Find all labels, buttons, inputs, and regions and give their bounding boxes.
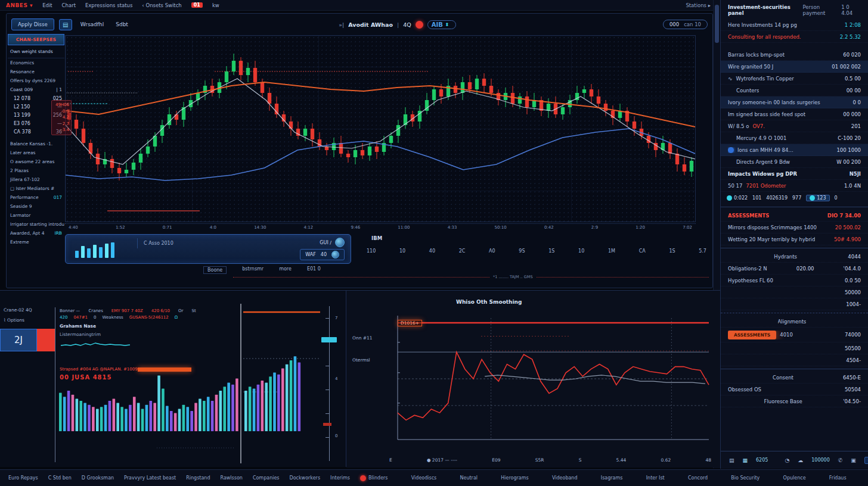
rightbar-row-11[interactable]: Ions can MHH 49 84…100 1000 [721,144,868,156]
footer-tab-3[interactable]: E01 0 [307,266,321,274]
toolbar-icon-4[interactable]: ☁ [798,457,803,463]
stations-menu[interactable]: Stations ▸ [686,2,711,8]
candlestick-chart[interactable] [65,35,696,222]
status-right-item-8[interactable]: Opulence [783,475,806,481]
sidebar-item-low-9[interactable]: Irrigator starting introduced [8,220,64,229]
toolbar-icon-0[interactable]: ▤ [729,457,734,463]
status-right-item-3[interactable]: Videoband [552,475,578,481]
sidebar-item-low-4[interactable]: Jillera 67-102 [8,175,64,184]
layout-icon[interactable]: ▤ [59,19,72,30]
status-item-2[interactable]: D Grooksman [82,475,114,481]
timeframe-110-0[interactable]: 110 [367,248,376,254]
status-item-8[interactable]: Interims [330,475,350,481]
timeframe-1M-8[interactable]: 1M [608,248,615,254]
status-right-item-0[interactable]: Videodiscs [411,475,436,481]
sidebar-item-2[interactable]: Offers by dyns 2269 [8,76,64,85]
options-label[interactable]: ⌇ Options [0,315,55,325]
sidebar-item-1[interactable]: Resonance [8,67,64,76]
status-right-item-2[interactable]: Hierograms [501,475,528,481]
footer-tab-0[interactable]: Boone [203,266,227,274]
footer-tab-1[interactable]: bstrnsmr [242,266,264,274]
timeframe-A0-4[interactable]: A0 [489,248,495,254]
timeframe-10-7[interactable]: 10 [578,248,584,254]
rightbar-row-4[interactable]: Wire granited 50 J01 002 002 [721,61,868,73]
stat-chip-3[interactable]: 977 [792,195,801,201]
stat-chip-4[interactable]: 123 [806,195,829,201]
toolbar-icon-label-6[interactable]: 0000 [864,457,868,464]
sidebar-item-low-5[interactable]: ▢ Ister Mediators # [8,184,64,193]
label-text: Wetting 20 Mayr terribly by hybrid [728,236,815,242]
scrollbar-thumb[interactable] [715,5,719,43]
app-logo[interactable]: ANBES ▾ [6,2,33,8]
status-right-item-6[interactable]: Concord [688,475,708,481]
timeframe-1S-10[interactable]: 1S [669,248,675,254]
tab-side[interactable]: Sdbt [112,20,132,29]
status-right-item-4[interactable]: Isagrams [601,475,623,481]
top-menu-item-3[interactable]: ‹ Onsets Switch [142,2,181,8]
stat-chip-5[interactable]: 0 [835,195,838,201]
stat-chip-2[interactable]: 4026319 [766,195,788,201]
sidebar-item-0[interactable]: Economics [8,58,64,67]
status-item-7[interactable]: Dockworkers [290,475,321,481]
timeframe-1S-6[interactable]: 1S [548,248,554,254]
gui-control[interactable]: GUI ∕ [320,238,345,247]
count-box[interactable]: 2J [0,329,37,351]
timeframe-label[interactable]: 4Q [403,21,411,28]
footer-tab-2[interactable]: more [279,266,292,274]
status-right-item-1[interactable]: Neutral [460,475,478,481]
stat-chip-1[interactable]: 101 [752,195,761,201]
sidebar-kv-6[interactable]: Performance017 [8,193,64,202]
sidebar-item-low-1[interactable]: Later areas [8,148,64,157]
status-item-5[interactable]: Rawlsson [221,475,243,481]
sidebar-item-low-2[interactable]: O awsome 22 areas [8,157,64,166]
top-menu-item-0[interactable]: Edit [42,2,52,8]
status-item-4[interactable]: Ringstand [186,475,210,481]
status-item-0[interactable]: Euro Repays [8,475,38,481]
status-item-1[interactable]: C Std ben [48,475,72,481]
sidebar-top-items: EconomicsResonanceOffers by dyns 2269 [8,58,64,85]
status-item-6[interactable]: Companies [253,475,280,481]
sidebar-item-low-8[interactable]: Larmator [8,211,64,220]
sidebar-item-low-3[interactable]: 2 Plazas [8,166,64,175]
timeframe-9S-5[interactable]: 9S [519,248,525,254]
timeframe-2C-3[interactable]: 2C [459,248,466,254]
tab-watchlist[interactable]: Wrsadfhl [77,20,108,29]
toolbar-icon-5[interactable]: ✆ [838,457,843,463]
status-right-item-9[interactable]: Fridaus [829,475,847,481]
timeframe-5.7-11[interactable]: 5.7 [699,248,706,254]
timeframe-CA-9[interactable]: CA [639,248,646,254]
assessments-button[interactable]: ASSESSMENTS [728,331,776,339]
signal-line-chart[interactable] [389,316,711,448]
sidebar-item-low-11[interactable]: Extreme [8,238,64,247]
top-menu-item-1[interactable]: Chart [62,2,76,8]
stop-box[interactable] [37,329,55,351]
rightbar-subtitle[interactable]: Person payment [803,4,842,16]
status-right-item-5[interactable]: Inter Ist [646,475,665,481]
volume-bars-chart[interactable] [55,304,323,463]
ai-toggle[interactable]: AIB ⬍ [427,20,456,29]
status-alert-badge[interactable]: Blinders [360,475,388,481]
apply-button[interactable]: Apply Disse [11,18,54,30]
counter-pill[interactable]: 000 can 10 [663,20,708,29]
search-input[interactable]: C Asso 2010 [137,238,179,248]
sidebar-coast-row[interactable]: Coast 009 | 1 [8,85,64,94]
toolbar-icon-3[interactable]: ◔ [785,457,789,463]
sidebar-item-low-0[interactable]: Balance Kansas -1. [8,139,64,148]
collapse-icon[interactable]: »| [339,21,344,28]
rightbar-row-7[interactable]: Ivory someone-in 00 lands surgeries0 0 [721,96,868,108]
toolbar-icon-6[interactable]: ▣ [851,457,856,463]
waf-control[interactable]: WAF 40 [300,249,345,260]
signal-ylabel-2: Otermsl [352,357,370,363]
timeframe-40-2[interactable]: 40 [429,248,435,254]
toolbar-icon-1[interactable]: ▦ [743,457,748,463]
status-item-3[interactable]: Pravvyry Latest beast [124,475,176,481]
status-right-item-7[interactable]: Bio Security [731,475,760,481]
record-icon[interactable] [416,21,423,29]
sidebar-kv-10[interactable]: Awarded, Apt 4IRB [8,229,64,238]
threshold-badge[interactable]: D1016+ [398,320,422,326]
stat-chip-0[interactable]: 0:022 [727,195,748,201]
sidebar-item-low-7[interactable]: Seaside 9 [8,202,64,211]
timeframe-10-1[interactable]: 10 [399,248,405,254]
top-menu-item-2[interactable]: Expressions status [85,2,132,8]
symbol-name[interactable]: Avodit AWhao [348,21,393,28]
